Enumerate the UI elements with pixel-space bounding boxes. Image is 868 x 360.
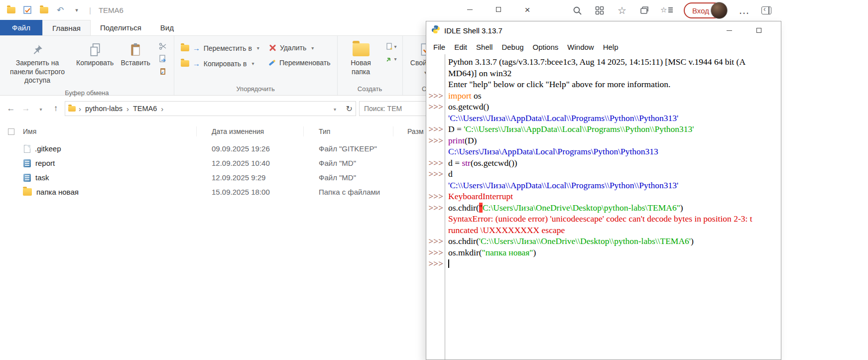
file-type: Файл "MD": [304, 159, 423, 167]
tab-view[interactable]: Вид: [151, 20, 183, 35]
column-header-type[interactable]: Тип: [304, 126, 393, 136]
address-input[interactable]: python-labs ТЕМА6: [65, 101, 356, 116]
refresh-icon[interactable]: [346, 104, 353, 114]
up-button[interactable]: [50, 104, 62, 114]
new-folder-label: Новая папка: [343, 59, 379, 76]
forward-button[interactable]: [20, 104, 32, 114]
ribbon-group-new: Новая папка Создать: [337, 36, 402, 95]
copy-path-icon: [159, 55, 167, 63]
copy-arrow-icon: [193, 59, 200, 68]
breadcrumb-python-labs[interactable]: python-labs: [84, 105, 124, 113]
minimize-icon: [467, 9, 473, 10]
select-all-checkbox[interactable]: [8, 128, 14, 135]
delete-button[interactable]: Удалить: [264, 42, 335, 53]
tab-home[interactable]: Главная: [42, 20, 91, 35]
tab-share[interactable]: Поделиться: [91, 20, 151, 35]
favorites-list-icon[interactable]: [661, 5, 672, 16]
file-date: 12.09.2025 9:29: [197, 173, 304, 182]
signin-button[interactable]: Вход: [684, 2, 727, 18]
group-label-organize: Упорядочить: [176, 84, 335, 95]
undo-icon[interactable]: [55, 5, 65, 15]
idle-window-title: IDLE Shell 3.13.7: [444, 26, 502, 35]
menu-options[interactable]: Options: [528, 41, 563, 53]
idle-minimize-button[interactable]: [714, 22, 744, 39]
back-button[interactable]: [5, 104, 17, 114]
file-name: task: [35, 173, 49, 182]
sidebar-toggle-icon[interactable]: [761, 5, 772, 16]
avatar[interactable]: [711, 2, 728, 19]
qat-chevron-down-icon[interactable]: [72, 5, 82, 15]
maximize-icon: [496, 7, 501, 12]
minimize-button[interactable]: [455, 0, 484, 19]
search-value: Поиск: ТЕМ: [364, 105, 402, 113]
column-header-name[interactable]: Имя: [15, 126, 197, 136]
python-logo-icon: [431, 25, 440, 36]
crumb-chevron-icon: [79, 105, 81, 113]
file-date: 12.09.2025 10:40: [197, 159, 304, 167]
copy-to-icon: [181, 60, 189, 67]
move-to-label: Переместить в: [204, 44, 252, 52]
menu-shell[interactable]: Shell: [472, 41, 497, 53]
paste-shortcut-button[interactable]: [157, 66, 169, 76]
close-button[interactable]: ×: [513, 0, 542, 19]
window-folder-icon: [6, 5, 16, 15]
new-item-icon: [386, 43, 393, 50]
apps-grid-icon[interactable]: [594, 5, 605, 16]
copy-path-button[interactable]: [157, 54, 169, 64]
history-chevron-icon[interactable]: [35, 104, 47, 114]
prompt-gutter: >>>>>>>>>>>>>>>>>>>>>>>>>>>>>>>>>: [426, 54, 445, 360]
move-to-button[interactable]: Переместить в: [176, 42, 264, 54]
file-date: 15.09.2025 18:00: [197, 188, 304, 196]
new-folder-button[interactable]: Новая папка: [340, 38, 382, 79]
group-label-new: Создать: [340, 84, 400, 95]
new-item-button[interactable]: [385, 41, 397, 51]
browser-toolbar: Вход: [544, 0, 868, 21]
rename-icon: [268, 60, 275, 66]
shell-text-area[interactable]: >>>>>>>>>>>>>>>>>>>>>>>>>>>>>>>>> Python…: [426, 54, 781, 360]
rename-button[interactable]: Переименовать: [264, 57, 335, 68]
ribbon-group-clipboard: Закрепить на панели быстрого доступа Коп…: [0, 36, 174, 95]
window-title: ТЕМА6: [99, 6, 124, 14]
address-dropdown-icon[interactable]: [329, 104, 341, 114]
shell-code[interactable]: Python 3.13.7 (tags/v3.13.7:bcee1c3, Aug…: [445, 54, 781, 360]
paste-icon: [129, 41, 141, 59]
copy-to-button[interactable]: Копировать в: [176, 58, 264, 69]
favorites-star-icon[interactable]: [617, 5, 627, 16]
tab-file[interactable]: Файл: [0, 20, 42, 35]
scissors-icon: [159, 42, 167, 50]
quick-new-folder-icon[interactable]: [39, 5, 49, 15]
crumb-chevron-icon: [126, 105, 129, 113]
column-header-date[interactable]: Дата изменения: [197, 126, 304, 136]
cut-button[interactable]: [157, 41, 169, 51]
quick-properties-icon[interactable]: [22, 5, 32, 15]
copy-button[interactable]: Копировать: [73, 38, 117, 70]
file-name: папка новая: [36, 188, 79, 196]
titlebar-separator: |: [89, 6, 91, 14]
idle-maximize-button[interactable]: [744, 22, 774, 39]
paste-button[interactable]: Вставить: [117, 38, 153, 70]
breadcrumb-tema6[interactable]: ТЕМА6: [132, 105, 158, 113]
collections-icon[interactable]: [639, 5, 650, 16]
paste-label: Вставить: [121, 59, 150, 68]
menu-help[interactable]: Help: [599, 41, 623, 53]
ribbon-group-organize: Переместить в Копировать в Удалить: [174, 36, 337, 95]
maximize-button[interactable]: [484, 0, 513, 19]
maximize-icon: [756, 28, 761, 33]
menu-file[interactable]: File: [429, 41, 450, 53]
menu-debug[interactable]: Debug: [497, 41, 528, 53]
copy-icon: [89, 41, 102, 59]
pin-label: Закрепить на панели быстрого доступа: [5, 59, 69, 85]
menu-edit[interactable]: Edit: [450, 41, 472, 53]
move-to-icon: [181, 45, 189, 51]
easy-access-icon: [386, 55, 393, 62]
easy-access-button[interactable]: [385, 54, 397, 64]
pin-to-quick-access-button[interactable]: Закрепить на панели быстрого доступа: [2, 38, 73, 88]
copy-label: Копировать: [76, 59, 114, 68]
rename-label: Переименовать: [279, 59, 331, 67]
more-options-icon[interactable]: [739, 5, 749, 16]
menu-window[interactable]: Window: [563, 41, 598, 53]
search-icon[interactable]: [572, 5, 583, 16]
file-type: Файл "GITKEEP": [304, 144, 423, 153]
address-folder-icon: [68, 106, 76, 112]
crumb-chevron-icon: [161, 105, 163, 113]
